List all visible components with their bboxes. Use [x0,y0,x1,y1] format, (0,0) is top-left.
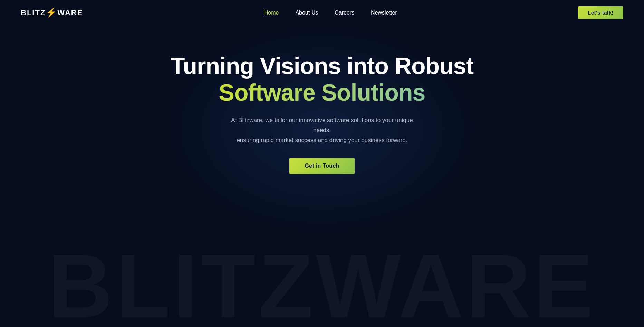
hero-title-line2: Software Solutions [219,79,425,106]
get-in-touch-button[interactable]: Get in Touch [289,158,354,174]
nav-link-careers[interactable]: Careers [335,10,354,16]
logo-text-before: BLITZ [21,8,46,17]
nav-item-home[interactable]: Home [264,10,279,16]
logo-bolt-icon: ⚡ [46,7,57,18]
nav-item-careers[interactable]: Careers [335,10,354,16]
nav-links: Home About Us Careers Newsletter [264,10,397,16]
background-watermark: BLITZWARE [48,234,596,327]
nav-item-newsletter[interactable]: Newsletter [371,10,397,16]
navbar: BLITZ⚡WARE Home About Us Careers Newslet… [0,0,644,25]
nav-link-about[interactable]: About Us [295,10,318,16]
hero-section: Turning Visions into Robust Software Sol… [0,25,644,174]
logo[interactable]: BLITZ⚡WARE [21,7,83,18]
nav-link-newsletter[interactable]: Newsletter [371,10,397,16]
lets-talk-button[interactable]: Let's talk! [578,6,623,19]
hero-description: At Blitzware, we tailor our innovative s… [225,115,419,146]
hero-title-line1: Turning Visions into Robust [171,53,473,79]
nav-link-home[interactable]: Home [264,10,279,16]
nav-item-about[interactable]: About Us [295,10,318,16]
logo-text-after: WARE [57,8,83,17]
